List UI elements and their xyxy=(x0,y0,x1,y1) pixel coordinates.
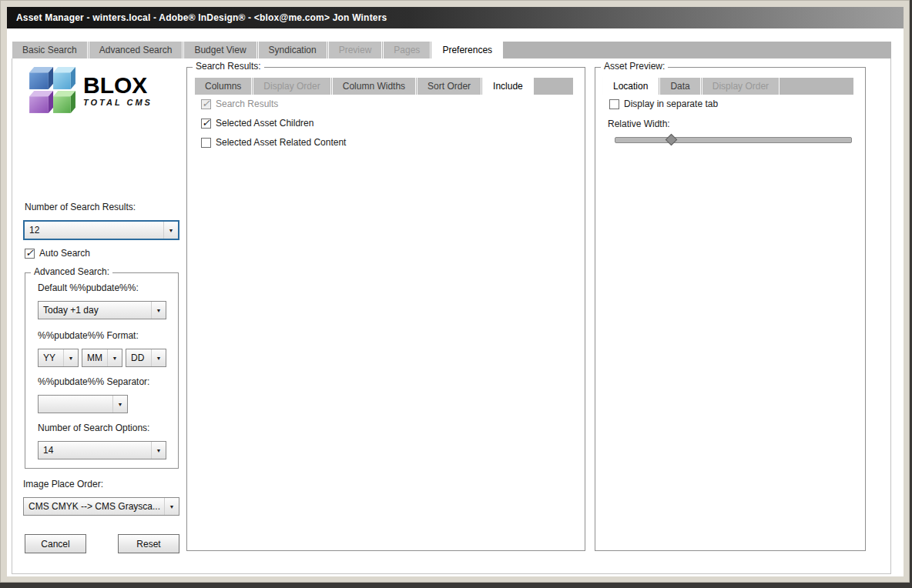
num-search-results-label: Number of Search Results: xyxy=(25,202,136,212)
tab-column-widths[interactable]: Column Widths xyxy=(332,78,416,95)
dropdown-arrow-icon[interactable]: ▼ xyxy=(63,349,78,366)
asset-preview-groupbox: Asset Preview: Location Data Display Ord… xyxy=(595,67,866,551)
pubdate-separator-dropdown[interactable]: ▼ xyxy=(38,395,128,413)
num-search-results-dropdown[interactable]: 12 ▼ xyxy=(23,220,179,240)
search-results-checkbox: ✓ xyxy=(201,99,211,109)
window-title: Asset Manager - winters.local - Adobe® I… xyxy=(16,12,387,23)
blox-cubes-icon xyxy=(26,65,77,115)
asset-preview-tab-strip: Location Data Display Order xyxy=(602,78,853,95)
tab-preferences[interactable]: Preferences xyxy=(431,42,503,58)
tab-syndication[interactable]: Syndication xyxy=(258,42,327,58)
display-separate-tab-label: Display in separate tab xyxy=(624,99,718,109)
tab-display-order: Display Order xyxy=(253,78,330,95)
asset-preview-legend: Asset Preview: xyxy=(601,61,668,72)
pubdate-format-mm-dropdown[interactable]: MM ▼ xyxy=(82,349,122,367)
tab-sort-order[interactable]: Sort Order xyxy=(417,78,481,95)
tab-advanced-search[interactable]: Advanced Search xyxy=(89,42,183,58)
tab-basic-search[interactable]: Basic Search xyxy=(12,42,88,58)
tab-display-order-preview: Display Order xyxy=(702,78,780,95)
dropdown-arrow-icon[interactable]: ▼ xyxy=(107,349,122,366)
pubdate-format-label: %%pubdate%% Format: xyxy=(38,330,139,341)
pubdate-format-dd-dropdown[interactable]: DD ▼ xyxy=(126,349,166,367)
tab-include[interactable]: Include xyxy=(482,78,534,95)
cancel-button[interactable]: Cancel xyxy=(25,534,86,553)
display-separate-tab-checkrow: Display in separate tab xyxy=(609,99,718,109)
default-pubdate-label: Default %%pubdate%%: xyxy=(38,282,139,293)
logo-brand-text: BLOX xyxy=(83,74,153,97)
auto-search-label: Auto Search xyxy=(39,248,90,259)
display-separate-tab-checkbox[interactable] xyxy=(609,99,619,109)
default-pubdate-dropdown[interactable]: Today +1 day ▼ xyxy=(38,301,166,319)
dropdown-arrow-icon[interactable]: ▼ xyxy=(151,302,166,319)
selected-asset-children-checkrow: ✓ Selected Asset Children xyxy=(201,118,314,129)
tab-location[interactable]: Location xyxy=(602,78,659,95)
advanced-search-legend: Advanced Search: xyxy=(31,266,112,277)
search-results-checkbox-label: Search Results xyxy=(216,99,278,109)
selected-asset-children-label: Selected Asset Children xyxy=(216,118,314,129)
tab-columns[interactable]: Columns xyxy=(194,78,252,95)
image-place-order-dropdown[interactable]: CMS CMYK --> CMS Graysca... ▼ xyxy=(23,497,179,516)
auto-search-checkbox[interactable]: ✓ xyxy=(25,249,35,259)
preferences-content: BLOX TOTAL CMS Number of Search Results:… xyxy=(12,58,891,574)
num-search-options-dropdown[interactable]: 14 ▼ xyxy=(38,441,166,459)
image-place-order-label: Image Place Order: xyxy=(23,479,103,489)
search-results-legend: Search Results: xyxy=(193,61,264,72)
main-tab-strip: Basic Search Advanced Search Budget View… xyxy=(12,42,891,58)
tab-pages: Pages xyxy=(383,42,431,58)
search-results-checkrow: ✓ Search Results xyxy=(201,99,278,109)
advanced-search-groupbox: Advanced Search: Default %%pubdate%%: To… xyxy=(25,272,179,469)
reset-button[interactable]: Reset xyxy=(118,534,179,553)
dropdown-arrow-icon[interactable]: ▼ xyxy=(112,396,127,413)
auto-search-checkrow: ✓ Auto Search xyxy=(25,248,90,259)
dropdown-arrow-icon[interactable]: ▼ xyxy=(163,222,178,239)
blox-logo: BLOX TOTAL CMS xyxy=(26,65,153,115)
selected-asset-related-content-checkbox[interactable] xyxy=(201,138,211,148)
dropdown-arrow-icon[interactable]: ▼ xyxy=(151,442,166,459)
selected-asset-related-content-checkrow: Selected Asset Related Content xyxy=(201,137,346,148)
relative-width-slider[interactable] xyxy=(615,137,852,143)
dialog-client-area: Basic Search Advanced Search Budget View… xyxy=(7,28,904,576)
search-results-groupbox: Search Results: Columns Display Order Co… xyxy=(186,67,585,551)
selected-asset-children-checkbox[interactable]: ✓ xyxy=(201,119,211,129)
pubdate-format-yy-dropdown[interactable]: YY ▼ xyxy=(38,349,79,367)
relative-width-label: Relative Width: xyxy=(608,119,670,129)
tab-data[interactable]: Data xyxy=(659,78,700,95)
dropdown-arrow-icon[interactable]: ▼ xyxy=(164,498,179,515)
selected-asset-related-content-label: Selected Asset Related Content xyxy=(216,137,346,148)
pubdate-separator-label: %%pubdate%% Separator: xyxy=(38,376,149,387)
num-search-options-label: Number of Search Options: xyxy=(38,423,149,433)
logo-sub-text: TOTAL CMS xyxy=(83,98,153,107)
tab-preview: Preview xyxy=(328,42,383,58)
tab-budget-view[interactable]: Budget View xyxy=(183,42,256,58)
search-results-tab-strip: Columns Display Order Column Widths Sort… xyxy=(194,78,573,95)
relative-width-slider-thumb[interactable] xyxy=(666,134,678,146)
dropdown-arrow-icon[interactable]: ▼ xyxy=(151,349,166,366)
asset-manager-window: Asset Manager - winters.local - Adobe® I… xyxy=(0,0,910,583)
title-bar[interactable]: Asset Manager - winters.local - Adobe® I… xyxy=(7,7,904,28)
